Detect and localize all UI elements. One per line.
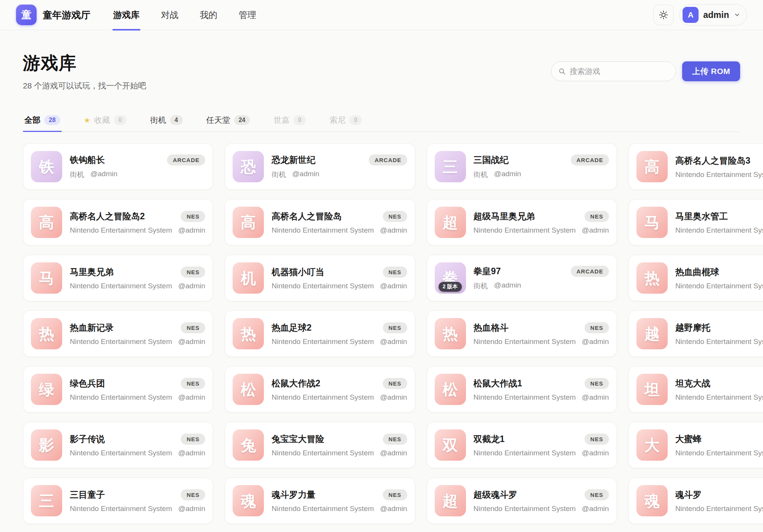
- game-card[interactable]: 魂 魂斗罗力量 NES Nintendo Entertainment Syste…: [225, 477, 415, 524]
- game-tile: 双: [435, 429, 466, 461]
- game-tile: 马: [636, 207, 668, 238]
- upload-rom-button[interactable]: 上传 ROM: [682, 61, 740, 81]
- game-card[interactable]: 双 双截龙1 NES Nintendo Entertainment System…: [427, 422, 617, 468]
- game-tile-char: 松: [443, 379, 458, 400]
- game-card[interactable]: 马 马里奥水管工 NES Nintendo Entertainment Syst…: [628, 199, 763, 246]
- game-platform: 街机: [474, 170, 488, 180]
- game-tile-char: 兔: [241, 435, 256, 456]
- game-card[interactable]: 超 超级马里奥兄弟 NES Nintendo Entertainment Sys…: [427, 199, 617, 246]
- game-card[interactable]: 热 热血曲棍球 NES Nintendo Entertainment Syste…: [628, 255, 763, 301]
- game-tile-char: 松: [241, 379, 256, 400]
- platform-badge: ARCADE: [571, 266, 609, 277]
- tab-label: 收藏: [94, 115, 110, 125]
- game-platform: Nintendo Entertainment System: [474, 449, 576, 457]
- sun-icon: [659, 10, 668, 20]
- game-tile: 高: [636, 151, 668, 182]
- nav-item[interactable]: 我的: [199, 0, 218, 30]
- tab-label: 世嘉: [273, 115, 289, 125]
- game-platform: Nintendo Entertainment System: [70, 226, 172, 235]
- game-title: 恐龙新世纪: [271, 154, 315, 166]
- platform-badge: NES: [585, 434, 609, 445]
- game-card[interactable]: 大 大蜜蜂 NES Nintendo Entertainment System …: [628, 422, 763, 468]
- platform-badge: NES: [383, 434, 407, 445]
- game-card[interactable]: 三 三国战纪 ARCADE 街机 @admin: [427, 143, 617, 190]
- game-title: 越野摩托: [675, 322, 710, 334]
- theme-toggle-button[interactable]: [653, 5, 674, 25]
- category-tab[interactable]: ★ 收藏 0: [82, 115, 128, 132]
- top-nav-bar: 童 童年游戏厅 游戏库 对战 我的 管理 A admin: [0, 0, 763, 30]
- game-card[interactable]: 热 热血格斗 NES Nintendo Entertainment System…: [427, 310, 617, 357]
- category-tab[interactable]: 任天堂 24: [205, 115, 252, 132]
- game-owner: @admin: [494, 170, 521, 180]
- game-card[interactable]: 影 影子传说 NES Nintendo Entertainment System…: [23, 422, 213, 468]
- game-platform: Nintendo Entertainment System: [474, 226, 576, 235]
- game-platform: 街机: [70, 170, 84, 180]
- category-tab[interactable]: 全部 28: [23, 115, 62, 132]
- game-card[interactable]: 铁 铁钩船长 ARCADE 街机 @admin: [23, 143, 213, 190]
- tab-label: 任天堂: [206, 115, 230, 125]
- game-owner: @admin: [380, 338, 407, 346]
- game-card[interactable]: 热 热血新记录 NES Nintendo Entertainment Syste…: [23, 310, 213, 357]
- nav-item[interactable]: 管理: [238, 0, 257, 30]
- game-card[interactable]: 热 热血足球2 NES Nintendo Entertainment Syste…: [225, 310, 415, 357]
- game-tile: 坦: [636, 374, 668, 405]
- game-platform: Nintendo Entertainment System: [474, 393, 576, 402]
- game-owner: @admin: [178, 338, 205, 346]
- game-owner: @admin: [380, 505, 407, 513]
- game-tile-char: 热: [443, 323, 458, 344]
- game-card[interactable]: 马 马里奥兄弟 NES Nintendo Entertainment Syste…: [23, 255, 213, 301]
- tab-count-badge: 4: [170, 115, 183, 125]
- app-logo: 童: [16, 5, 37, 25]
- nav-item[interactable]: 对战: [160, 0, 179, 30]
- game-card[interactable]: 兔 兔宝宝大冒险 NES Nintendo Entertainment Syst…: [225, 422, 415, 468]
- game-card[interactable]: 高 高桥名人之冒险岛2 NES Nintendo Entertainment S…: [23, 199, 213, 246]
- game-platform: Nintendo Entertainment System: [70, 505, 172, 513]
- platform-badge: NES: [585, 322, 609, 333]
- user-menu[interactable]: A admin: [679, 4, 747, 26]
- game-card[interactable]: 超 超级魂斗罗 NES Nintendo Entertainment Syste…: [427, 477, 617, 524]
- game-owner: @admin: [582, 393, 609, 402]
- platform-badge: ARCADE: [571, 154, 609, 166]
- game-card[interactable]: 三 三目童子 NES Nintendo Entertainment System…: [23, 477, 213, 524]
- search-box[interactable]: [551, 61, 676, 81]
- search-input[interactable]: [570, 67, 669, 76]
- game-platform: 街机: [271, 170, 286, 180]
- game-tile-char: 大: [644, 435, 660, 456]
- game-card[interactable]: 坦 坦克大战 NES Nintendo Entertainment System…: [628, 366, 763, 413]
- game-owner: @admin: [494, 281, 521, 291]
- nav-item[interactable]: 游戏库: [112, 0, 140, 30]
- platform-badge: NES: [181, 378, 205, 389]
- game-tile: 绿: [31, 374, 62, 405]
- game-title: 影子传说: [70, 433, 105, 445]
- tab-count-badge: 24: [234, 115, 250, 125]
- game-card[interactable]: 魂 魂斗罗 NES Nintendo Entertainment System …: [628, 477, 763, 524]
- game-card[interactable]: 拳 2 版本 拳皇97 ARCADE 街机 @admin: [427, 255, 617, 301]
- game-grid: 铁 铁钩船长 ARCADE 街机 @admin 恐 恐龙新世纪 ARCADE: [23, 143, 740, 524]
- game-card[interactable]: 机 机器猫小叮当 NES Nintendo Entertainment Syst…: [225, 255, 415, 301]
- game-tile: 三: [435, 151, 466, 182]
- game-tile-char: 高: [241, 212, 256, 233]
- star-icon: ★: [84, 116, 90, 125]
- platform-badge: NES: [585, 378, 609, 389]
- game-tile: 拳 2 版本: [435, 262, 466, 294]
- game-platform: Nintendo Entertainment System: [675, 282, 763, 290]
- game-card[interactable]: 绿 绿色兵团 NES Nintendo Entertainment System…: [23, 366, 213, 413]
- game-card[interactable]: 高 高桥名人之冒险岛3 NES Nintendo Entertainment S…: [628, 143, 763, 190]
- category-tab[interactable]: 街机 4: [149, 115, 184, 132]
- game-tile: 热: [31, 318, 62, 349]
- game-platform: 街机: [474, 281, 488, 291]
- category-tab[interactable]: 索尼 0: [328, 115, 363, 132]
- game-owner: @admin: [178, 449, 205, 457]
- game-card[interactable]: 越 越野摩托 NES Nintendo Entertainment System…: [628, 310, 763, 357]
- platform-badge: NES: [383, 267, 407, 278]
- game-card[interactable]: 松 松鼠大作战2 NES Nintendo Entertainment Syst…: [225, 366, 415, 413]
- category-tab[interactable]: 世嘉 0: [272, 115, 307, 132]
- platform-badge: NES: [383, 489, 407, 500]
- game-card[interactable]: 恐 恐龙新世纪 ARCADE 街机 @admin: [225, 143, 415, 190]
- game-platform: Nintendo Entertainment System: [271, 393, 374, 402]
- game-platform: Nintendo Entertainment System: [70, 338, 172, 346]
- game-tile: 高: [233, 207, 264, 238]
- game-card[interactable]: 高 高桥名人之冒险岛 NES Nintendo Entertainment Sy…: [225, 199, 415, 246]
- game-card[interactable]: 松 松鼠大作战1 NES Nintendo Entertainment Syst…: [427, 366, 617, 413]
- game-title: 绿色兵团: [70, 378, 105, 389]
